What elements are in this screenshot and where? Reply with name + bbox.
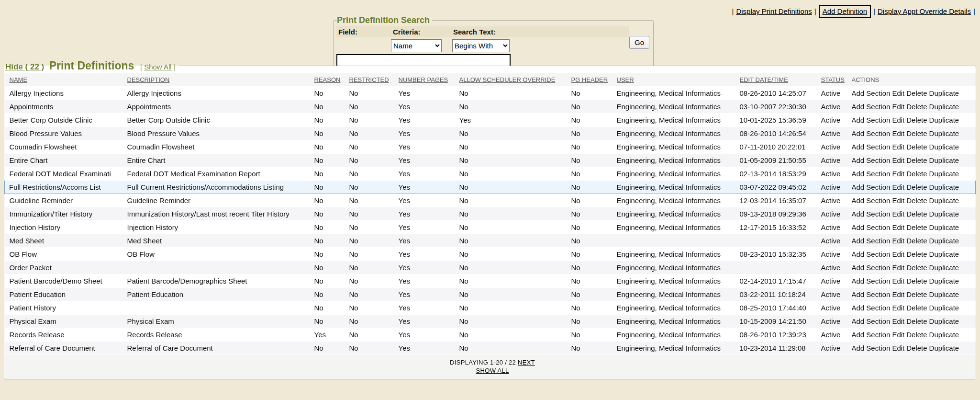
table-row[interactable]: Patient Education Patient Education No N… (5, 288, 976, 301)
action-duplicate-link[interactable]: Duplicate (929, 263, 959, 272)
action-edit-link[interactable]: Edit (892, 143, 904, 151)
action-edit-link[interactable]: Edit (892, 116, 904, 124)
action-add-section-link[interactable]: Add Section (852, 196, 891, 205)
action-edit-link[interactable]: Edit (892, 331, 904, 339)
action-delete-link[interactable]: Delete (906, 143, 927, 151)
column-header-user[interactable]: USER (617, 73, 740, 87)
action-delete-link[interactable]: Delete (906, 317, 927, 325)
action-add-section-link[interactable]: Add Section (852, 290, 891, 298)
action-duplicate-link[interactable]: Duplicate (929, 237, 959, 245)
action-add-section-link[interactable]: Add Section (852, 143, 891, 151)
action-duplicate-link[interactable]: Duplicate (929, 196, 959, 205)
action-delete-link[interactable]: Delete (906, 156, 927, 164)
column-header-name[interactable]: NAME (5, 73, 127, 87)
column-header-description[interactable]: DESCRIPTION (127, 73, 314, 87)
table-row[interactable]: Patient History No No Yes No No Engineer… (5, 301, 976, 315)
table-row[interactable]: Injection History Injection History No N… (5, 221, 976, 234)
table-row[interactable]: Immunization/Titer History Immunization … (5, 207, 976, 221)
action-edit-link[interactable]: Edit (892, 263, 904, 272)
next-page-link[interactable]: NEXT (518, 359, 535, 366)
action-edit-link[interactable]: Edit (892, 156, 904, 164)
action-add-section-link[interactable]: Add Section (852, 250, 891, 258)
action-add-section-link[interactable]: Add Section (852, 237, 891, 245)
action-delete-link[interactable]: Delete (906, 237, 927, 245)
action-duplicate-link[interactable]: Duplicate (929, 103, 959, 111)
action-add-section-link[interactable]: Add Section (852, 344, 891, 352)
action-delete-link[interactable]: Delete (906, 223, 927, 231)
show-all-link[interactable]: Show All (144, 63, 172, 71)
action-duplicate-link[interactable]: Duplicate (929, 89, 959, 97)
table-row[interactable]: Referral of Care Document Referral of Ca… (5, 342, 976, 355)
table-row[interactable]: Full Restrictions/Accoms List Full Curre… (5, 181, 976, 194)
action-add-section-link[interactable]: Add Section (852, 156, 891, 164)
action-edit-link[interactable]: Edit (892, 277, 904, 285)
table-row[interactable]: Better Corp Outside Clinic Better Corp O… (5, 114, 976, 127)
action-delete-link[interactable]: Delete (906, 290, 927, 298)
action-add-section-link[interactable]: Add Section (852, 223, 891, 231)
table-row[interactable]: Coumadin Flowsheet Coumadin Flowsheet No… (5, 140, 976, 154)
action-add-section-link[interactable]: Add Section (852, 129, 891, 137)
action-duplicate-link[interactable]: Duplicate (929, 290, 959, 298)
action-edit-link[interactable]: Edit (892, 223, 904, 231)
action-edit-link[interactable]: Edit (892, 210, 904, 218)
action-duplicate-link[interactable]: Duplicate (929, 277, 959, 285)
field-select[interactable]: Name (391, 39, 442, 52)
table-row[interactable]: Order Packet No No Yes No No Engineering… (5, 261, 976, 274)
action-edit-link[interactable]: Edit (892, 317, 904, 325)
action-duplicate-link[interactable]: Duplicate (929, 143, 959, 151)
action-edit-link[interactable]: Edit (892, 304, 904, 312)
action-edit-link[interactable]: Edit (892, 129, 904, 137)
action-add-section-link[interactable]: Add Section (852, 183, 891, 191)
table-row[interactable]: Guideline Reminder Guideline Reminder No… (5, 194, 976, 207)
action-duplicate-link[interactable]: Duplicate (929, 317, 959, 325)
nav-link-display-print-definitions[interactable]: Display Print Definitions (736, 7, 812, 15)
action-delete-link[interactable]: Delete (906, 170, 927, 178)
action-delete-link[interactable]: Delete (906, 344, 927, 352)
action-delete-link[interactable]: Delete (906, 331, 927, 339)
action-duplicate-link[interactable]: Duplicate (929, 250, 959, 258)
column-header-edit-date-time[interactable]: EDIT DATE/TIME (740, 73, 821, 87)
action-delete-link[interactable]: Delete (906, 210, 927, 218)
action-edit-link[interactable]: Edit (892, 237, 904, 245)
table-row[interactable]: Physical Exam Physical Exam No No Yes No… (5, 315, 976, 328)
action-add-section-link[interactable]: Add Section (852, 331, 891, 339)
action-edit-link[interactable]: Edit (892, 183, 904, 191)
action-edit-link[interactable]: Edit (892, 89, 904, 97)
action-duplicate-link[interactable]: Duplicate (929, 183, 959, 191)
action-duplicate-link[interactable]: Duplicate (929, 223, 959, 231)
action-add-section-link[interactable]: Add Section (852, 263, 891, 272)
action-add-section-link[interactable]: Add Section (852, 89, 891, 97)
column-header-status[interactable]: STATUS (821, 73, 852, 87)
action-add-section-link[interactable]: Add Section (852, 170, 891, 178)
action-add-section-link[interactable]: Add Section (852, 103, 891, 111)
nav-link-add-definition[interactable]: Add Definition (823, 7, 867, 15)
action-add-section-link[interactable]: Add Section (852, 277, 891, 285)
table-row[interactable]: Med Sheet Med Sheet No No Yes No No Acti… (5, 234, 976, 248)
action-edit-link[interactable]: Edit (892, 290, 904, 298)
action-delete-link[interactable]: Delete (906, 250, 927, 258)
action-duplicate-link[interactable]: Duplicate (929, 210, 959, 218)
table-row[interactable]: Patient Barcode/Demo Sheet Patient Barco… (5, 274, 976, 288)
action-edit-link[interactable]: Edit (892, 170, 904, 178)
action-add-section-link[interactable]: Add Section (852, 210, 891, 218)
column-header-reason[interactable]: REASON (314, 73, 349, 87)
hide-link[interactable]: Hide ( 22 ) (5, 62, 44, 71)
action-duplicate-link[interactable]: Duplicate (929, 156, 959, 164)
action-delete-link[interactable]: Delete (906, 277, 927, 285)
action-delete-link[interactable]: Delete (906, 89, 927, 97)
action-duplicate-link[interactable]: Duplicate (929, 129, 959, 137)
table-row[interactable]: OB Flow OB Flow No No Yes No No Engineer… (5, 248, 976, 261)
action-delete-link[interactable]: Delete (906, 196, 927, 205)
action-delete-link[interactable]: Delete (906, 183, 927, 191)
nav-link-display-appt-override-details[interactable]: Display Appt Override Details (878, 7, 971, 15)
column-header-pg-header[interactable]: PG HEADER (571, 73, 617, 87)
table-row[interactable]: Federal DOT Medical Examinati Federal DO… (5, 167, 976, 181)
column-header-restricted[interactable]: RESTRICTED (349, 73, 399, 87)
action-delete-link[interactable]: Delete (906, 304, 927, 312)
go-button[interactable]: Go (629, 36, 649, 49)
action-edit-link[interactable]: Edit (892, 344, 904, 352)
action-edit-link[interactable]: Edit (892, 196, 904, 205)
column-header-allow-scheduler-override[interactable]: ALLOW SCHEDULER OVERRIDE (459, 73, 571, 87)
action-duplicate-link[interactable]: Duplicate (929, 116, 959, 124)
action-duplicate-link[interactable]: Duplicate (929, 344, 959, 352)
